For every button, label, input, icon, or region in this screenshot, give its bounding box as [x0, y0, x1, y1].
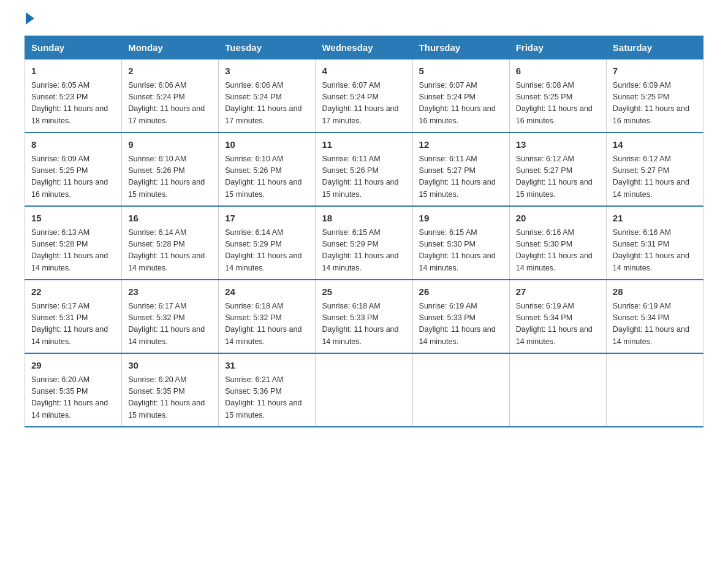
calendar-header-monday: Monday: [122, 36, 219, 59]
day-info: Sunrise: 6:10 AMSunset: 5:26 PMDaylight:…: [128, 153, 212, 201]
calendar-cell: 14Sunrise: 6:12 AMSunset: 5:27 PMDayligh…: [606, 132, 703, 206]
day-info: Sunrise: 6:17 AMSunset: 5:32 PMDaylight:…: [128, 301, 212, 348]
calendar-cell: 22Sunrise: 6:17 AMSunset: 5:31 PMDayligh…: [25, 280, 122, 353]
calendar-header-friday: Friday: [509, 36, 606, 59]
day-number: 23: [128, 285, 212, 299]
calendar-cell: 6Sunrise: 6:08 AMSunset: 5:25 PMDaylight…: [509, 59, 606, 133]
header: [25, 18, 703, 25]
day-info: Sunrise: 6:14 AMSunset: 5:29 PMDaylight:…: [225, 227, 309, 275]
calendar-cell: 11Sunrise: 6:11 AMSunset: 5:26 PMDayligh…: [316, 132, 412, 206]
calendar-cell: 19Sunrise: 6:15 AMSunset: 5:30 PMDayligh…: [412, 206, 509, 280]
day-number: 25: [322, 285, 406, 299]
calendar-cell: 7Sunrise: 6:09 AMSunset: 5:25 PMDaylight…: [606, 59, 703, 133]
calendar-cell: 23Sunrise: 6:17 AMSunset: 5:32 PMDayligh…: [122, 280, 219, 353]
day-number: 28: [613, 285, 697, 299]
day-info: Sunrise: 6:07 AMSunset: 5:24 PMDaylight:…: [419, 80, 503, 128]
logo: [25, 18, 34, 25]
calendar-cell: [316, 353, 412, 427]
calendar-cell: 31Sunrise: 6:21 AMSunset: 5:36 PMDayligh…: [219, 353, 316, 427]
day-number: 26: [419, 285, 503, 299]
calendar-header-row: SundayMondayTuesdayWednesdayThursdayFrid…: [25, 36, 703, 59]
calendar-header-thursday: Thursday: [412, 36, 509, 59]
calendar-cell: 16Sunrise: 6:14 AMSunset: 5:28 PMDayligh…: [122, 206, 219, 280]
day-number: 15: [31, 212, 115, 226]
calendar-cell: 24Sunrise: 6:18 AMSunset: 5:32 PMDayligh…: [219, 280, 316, 353]
day-number: 27: [516, 285, 600, 299]
calendar-cell: 20Sunrise: 6:16 AMSunset: 5:30 PMDayligh…: [509, 206, 606, 280]
calendar-cell: 21Sunrise: 6:16 AMSunset: 5:31 PMDayligh…: [606, 206, 703, 280]
calendar-cell: 10Sunrise: 6:10 AMSunset: 5:26 PMDayligh…: [219, 132, 316, 206]
calendar-header-tuesday: Tuesday: [219, 36, 316, 59]
calendar-cell: 30Sunrise: 6:20 AMSunset: 5:35 PMDayligh…: [122, 353, 219, 427]
day-info: Sunrise: 6:12 AMSunset: 5:27 PMDaylight:…: [613, 153, 697, 201]
calendar-header-wednesday: Wednesday: [316, 36, 412, 59]
day-info: Sunrise: 6:10 AMSunset: 5:26 PMDaylight:…: [225, 153, 309, 201]
day-number: 5: [419, 64, 503, 79]
calendar-cell: 25Sunrise: 6:18 AMSunset: 5:33 PMDayligh…: [316, 280, 412, 353]
calendar-cell: 27Sunrise: 6:19 AMSunset: 5:34 PMDayligh…: [509, 280, 606, 353]
day-info: Sunrise: 6:06 AMSunset: 5:24 PMDaylight:…: [128, 80, 212, 128]
calendar-cell: 12Sunrise: 6:11 AMSunset: 5:27 PMDayligh…: [412, 132, 509, 206]
day-number: 18: [322, 212, 406, 226]
calendar-cell: 26Sunrise: 6:19 AMSunset: 5:33 PMDayligh…: [412, 280, 509, 353]
day-info: Sunrise: 6:16 AMSunset: 5:30 PMDaylight:…: [516, 227, 600, 275]
day-number: 2: [128, 64, 212, 79]
calendar-cell: 29Sunrise: 6:20 AMSunset: 5:35 PMDayligh…: [25, 353, 122, 427]
day-info: Sunrise: 6:13 AMSunset: 5:28 PMDaylight:…: [31, 227, 115, 275]
day-number: 31: [225, 359, 309, 373]
day-info: Sunrise: 6:16 AMSunset: 5:31 PMDaylight:…: [613, 227, 697, 275]
day-info: Sunrise: 6:19 AMSunset: 5:33 PMDaylight:…: [419, 301, 503, 348]
calendar-cell: [509, 353, 606, 427]
day-info: Sunrise: 6:15 AMSunset: 5:29 PMDaylight:…: [322, 227, 406, 275]
day-number: 19: [419, 212, 503, 226]
calendar-week-row-2: 8Sunrise: 6:09 AMSunset: 5:25 PMDaylight…: [25, 132, 703, 206]
day-number: 24: [225, 285, 309, 299]
day-number: 30: [128, 359, 212, 373]
day-info: Sunrise: 6:11 AMSunset: 5:27 PMDaylight:…: [419, 153, 503, 201]
calendar-cell: 1Sunrise: 6:05 AMSunset: 5:23 PMDaylight…: [25, 59, 122, 133]
calendar-table: SundayMondayTuesdayWednesdayThursdayFrid…: [25, 36, 703, 427]
day-number: 7: [613, 64, 697, 79]
calendar-cell: 8Sunrise: 6:09 AMSunset: 5:25 PMDaylight…: [25, 132, 122, 206]
day-number: 16: [128, 212, 212, 226]
calendar-week-row-1: 1Sunrise: 6:05 AMSunset: 5:23 PMDaylight…: [25, 59, 703, 133]
day-info: Sunrise: 6:05 AMSunset: 5:23 PMDaylight:…: [31, 80, 115, 128]
calendar-header-saturday: Saturday: [606, 36, 703, 59]
day-info: Sunrise: 6:20 AMSunset: 5:35 PMDaylight:…: [31, 374, 115, 422]
calendar-week-row-4: 22Sunrise: 6:17 AMSunset: 5:31 PMDayligh…: [25, 280, 703, 353]
calendar-cell: 4Sunrise: 6:07 AMSunset: 5:24 PMDaylight…: [316, 59, 412, 133]
day-number: 12: [419, 138, 503, 152]
day-number: 4: [322, 64, 406, 79]
day-number: 10: [225, 138, 309, 152]
day-info: Sunrise: 6:06 AMSunset: 5:24 PMDaylight:…: [225, 80, 309, 128]
day-number: 1: [31, 64, 115, 79]
day-info: Sunrise: 6:19 AMSunset: 5:34 PMDaylight:…: [516, 301, 600, 348]
day-info: Sunrise: 6:09 AMSunset: 5:25 PMDaylight:…: [613, 80, 697, 128]
calendar-cell: 2Sunrise: 6:06 AMSunset: 5:24 PMDaylight…: [122, 59, 219, 133]
calendar-cell: [412, 353, 509, 427]
calendar-cell: 17Sunrise: 6:14 AMSunset: 5:29 PMDayligh…: [219, 206, 316, 280]
calendar-week-row-3: 15Sunrise: 6:13 AMSunset: 5:28 PMDayligh…: [25, 206, 703, 280]
calendar-cell: 15Sunrise: 6:13 AMSunset: 5:28 PMDayligh…: [25, 206, 122, 280]
day-number: 17: [225, 212, 309, 226]
day-info: Sunrise: 6:07 AMSunset: 5:24 PMDaylight:…: [322, 80, 406, 128]
calendar-cell: 5Sunrise: 6:07 AMSunset: 5:24 PMDaylight…: [412, 59, 509, 133]
day-number: 8: [31, 138, 115, 152]
day-info: Sunrise: 6:14 AMSunset: 5:28 PMDaylight:…: [128, 227, 212, 275]
calendar-cell: 3Sunrise: 6:06 AMSunset: 5:24 PMDaylight…: [219, 59, 316, 133]
day-info: Sunrise: 6:18 AMSunset: 5:32 PMDaylight:…: [225, 301, 309, 348]
day-info: Sunrise: 6:15 AMSunset: 5:30 PMDaylight:…: [419, 227, 503, 275]
day-info: Sunrise: 6:18 AMSunset: 5:33 PMDaylight:…: [322, 301, 406, 348]
day-info: Sunrise: 6:12 AMSunset: 5:27 PMDaylight:…: [516, 153, 600, 201]
day-info: Sunrise: 6:17 AMSunset: 5:31 PMDaylight:…: [31, 301, 115, 348]
calendar-cell: 28Sunrise: 6:19 AMSunset: 5:34 PMDayligh…: [606, 280, 703, 353]
day-number: 6: [516, 64, 600, 79]
day-number: 22: [31, 285, 115, 299]
day-info: Sunrise: 6:08 AMSunset: 5:25 PMDaylight:…: [516, 80, 600, 128]
day-number: 13: [516, 138, 600, 152]
calendar-cell: 18Sunrise: 6:15 AMSunset: 5:29 PMDayligh…: [316, 206, 412, 280]
day-info: Sunrise: 6:09 AMSunset: 5:25 PMDaylight:…: [31, 153, 115, 201]
day-number: 21: [613, 212, 697, 226]
calendar-cell: 13Sunrise: 6:12 AMSunset: 5:27 PMDayligh…: [509, 132, 606, 206]
day-number: 3: [225, 64, 309, 79]
